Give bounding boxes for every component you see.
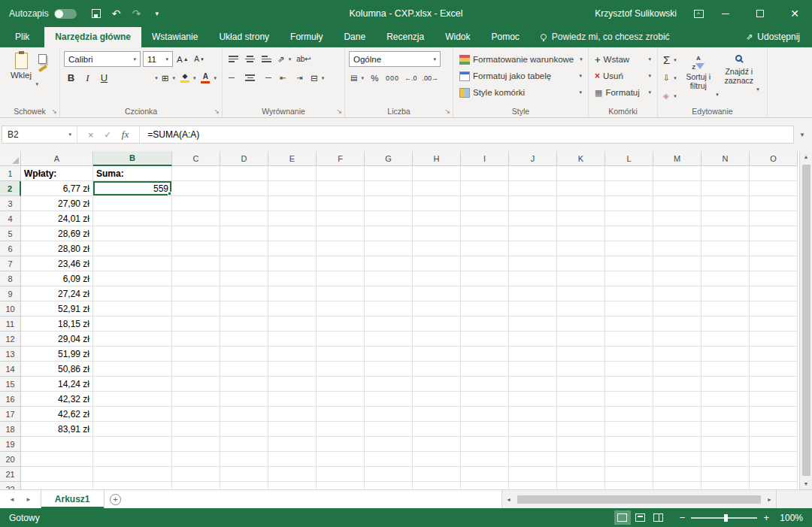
cell-J18[interactable] [509,422,557,437]
cell-H19[interactable] [413,437,461,452]
cell-F10[interactable] [317,301,365,317]
cell-A8[interactable]: 6,09 zł [21,271,93,286]
cell-L21[interactable] [605,467,653,482]
zoom-slider-thumb[interactable] [724,514,728,522]
cell-O20[interactable] [750,452,798,467]
cell-K8[interactable] [557,271,605,286]
cell-O8[interactable] [750,271,798,286]
horizontal-scrollbar-thumb[interactable] [517,495,761,504]
column-header-I[interactable]: I [461,151,509,166]
ribbon-tab-pomoc[interactable]: Pomoc [481,27,530,47]
cell-C4[interactable] [172,211,220,226]
cell-H2[interactable] [413,181,461,196]
find-select-button[interactable]: Znajdź i zaznacz ▾ [719,51,759,104]
cell-K14[interactable] [557,362,605,377]
new-sheet-button[interactable]: + [105,490,127,508]
cell-J12[interactable] [509,332,557,347]
cell-F8[interactable] [317,271,365,286]
cell-K21[interactable] [557,467,605,482]
cell-D9[interactable] [220,286,268,301]
column-header-O[interactable]: O [750,151,798,166]
cell-H20[interactable] [413,452,461,467]
cell-N1[interactable] [701,166,750,181]
percent-style-button[interactable]: % [368,70,382,86]
cell-D7[interactable] [220,256,268,271]
cell-J4[interactable] [509,211,557,226]
cell-N6[interactable] [701,241,750,256]
cell-H7[interactable] [413,256,461,271]
cell-K18[interactable] [557,422,605,437]
name-box-dropdown-icon[interactable]: ▾ [65,132,71,138]
cell-D21[interactable] [220,467,268,482]
cell-I7[interactable] [461,256,509,271]
cell-I13[interactable] [461,347,509,362]
row-header-8[interactable]: 8 [0,271,21,286]
cell-M20[interactable] [653,452,701,467]
sheet-nav-right-icon[interactable]: ► [26,496,32,503]
row-header-10[interactable]: 10 [0,301,21,317]
cell-A6[interactable]: 28,80 zł [21,241,93,256]
cell-E4[interactable] [268,211,317,226]
decrease-indent-button[interactable]: ⇤ [276,70,290,86]
ribbon-tab-układ-strony[interactable]: Układ strony [208,27,280,47]
cell-C1[interactable] [172,166,220,181]
cell-N9[interactable] [701,286,750,301]
cell-C11[interactable] [172,317,220,332]
scrollbar-resize-gutter[interactable] [776,490,812,508]
cell-E13[interactable] [268,347,317,362]
cell-A20[interactable] [21,452,93,467]
cell-H9[interactable] [413,286,461,301]
redo-button[interactable]: ↷ [128,4,146,23]
row-header-6[interactable]: 6 [0,241,21,256]
bottom-align-button[interactable] [259,51,274,67]
cell-B2[interactable]: 559 [93,181,172,196]
scroll-down-icon[interactable]: ▼ [804,478,809,489]
orientation-button[interactable]: ⇗▾ [276,51,292,67]
cell-O11[interactable] [750,317,798,332]
cell-G16[interactable] [365,392,413,407]
cell-C16[interactable] [172,392,220,407]
cell-M5[interactable] [653,226,701,241]
cell-G20[interactable] [365,452,413,467]
cell-E10[interactable] [268,301,317,317]
cell-I17[interactable] [461,407,509,422]
cell-I20[interactable] [461,452,509,467]
cell-L17[interactable] [605,407,653,422]
cell-K2[interactable] [557,181,605,196]
cell-D10[interactable] [220,301,268,317]
cell-A14[interactable]: 50,86 zł [21,362,93,377]
cell-J5[interactable] [509,226,557,241]
cell-B5[interactable] [93,226,172,241]
cancel-icon[interactable]: × [88,129,94,141]
cell-D2[interactable] [220,181,268,196]
column-header-M[interactable]: M [653,151,701,166]
cell-O3[interactable] [750,196,798,211]
cell-J8[interactable] [509,271,557,286]
cell-K10[interactable] [557,301,605,317]
cell-E21[interactable] [268,467,317,482]
autosave-toggle[interactable] [54,9,77,19]
cell-A4[interactable]: 24,01 zł [21,211,93,226]
cell-E5[interactable] [268,226,317,241]
fill-button[interactable]: ⇩▾ [662,70,678,86]
sheet-nav-left-icon[interactable]: ◄ [9,496,15,503]
cell-N20[interactable] [701,452,750,467]
cell-M7[interactable] [653,256,701,271]
row-header-20[interactable]: 20 [0,452,21,467]
paste-button[interactable]: Wklej ▾ [4,51,38,87]
cell-G22[interactable] [365,482,413,489]
cell-J3[interactable] [509,196,557,211]
paste-dropdown-icon[interactable]: ▾ [32,81,38,87]
cell-J16[interactable] [509,392,557,407]
cell-H16[interactable] [413,392,461,407]
cell-C14[interactable] [172,362,220,377]
cell-E22[interactable] [268,482,317,489]
cell-D22[interactable] [220,482,268,489]
cell-K4[interactable] [557,211,605,226]
cell-J2[interactable] [509,181,557,196]
cell-B8[interactable] [93,271,172,286]
row-header-22[interactable]: 22 [0,482,21,489]
cell-M13[interactable] [653,347,701,362]
cell-B21[interactable] [93,467,172,482]
cell-O10[interactable] [750,301,798,317]
